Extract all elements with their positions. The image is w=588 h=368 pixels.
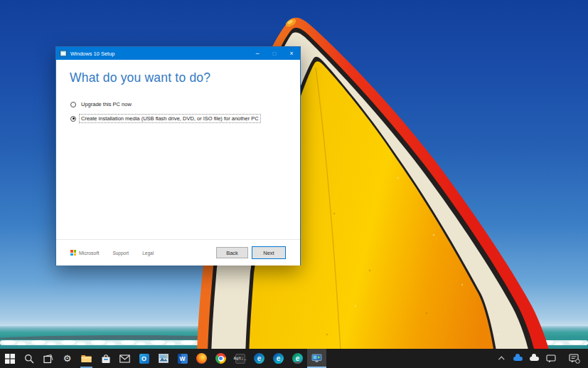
file-explorer-icon <box>81 354 92 363</box>
action-center-button[interactable] <box>566 349 582 368</box>
settings-button[interactable]: ⚙ <box>58 349 77 368</box>
outlook-button[interactable]: O <box>134 349 154 368</box>
speech-bubble-icon <box>546 354 556 363</box>
search-button[interactable] <box>19 349 38 368</box>
search-icon <box>24 354 34 364</box>
mail-icon <box>119 354 130 363</box>
word-button[interactable]: W <box>173 349 192 368</box>
firefox-icon <box>196 353 207 364</box>
legal-link[interactable]: Legal <box>142 251 154 256</box>
radio-selected-icon[interactable] <box>70 116 76 122</box>
dialog-body: What do you want to do? Upgrade this PC … <box>56 60 300 266</box>
chevron-up-icon <box>498 356 504 362</box>
option-label: Upgrade this PC now <box>79 100 134 109</box>
option-upgrade-this-pc[interactable]: Upgrade this PC now <box>70 100 261 109</box>
gear-icon: ⚙ <box>63 354 72 363</box>
option-create-installation-media[interactable]: Create installation media (USB flash dri… <box>70 114 261 123</box>
close-button[interactable]: × <box>283 47 300 60</box>
photos-button[interactable] <box>154 349 173 368</box>
page-title: What do you want to do? <box>70 70 210 85</box>
window-icon <box>60 50 67 57</box>
chrome-button[interactable] <box>211 349 230 368</box>
onedrive-personal-button[interactable] <box>510 349 526 368</box>
task-view-icon <box>43 354 53 364</box>
microsoft-logo-icon <box>70 250 76 256</box>
outlook-icon: O <box>139 354 149 364</box>
minimize-button[interactable]: – <box>249 47 266 60</box>
window-titlebar[interactable]: Windows 10 Setup – □ × <box>56 47 300 60</box>
edge-dev-icon: e <box>292 353 303 364</box>
start-button[interactable] <box>0 349 19 368</box>
hidden-icons-button[interactable] <box>493 349 510 368</box>
onedrive-white-cloud-icon <box>530 357 539 361</box>
window-title: Windows 10 Setup <box>70 51 115 57</box>
word-icon: W <box>178 354 188 364</box>
microsoft-store-button[interactable] <box>96 349 115 368</box>
onedrive-button[interactable] <box>526 349 542 368</box>
meet-now-button[interactable] <box>542 349 559 368</box>
firefox-button[interactable] <box>192 349 211 368</box>
terminal-button[interactable]: &gt;_ <box>230 349 250 368</box>
support-link[interactable]: Support <box>112 251 129 256</box>
system-tray <box>493 349 588 368</box>
maximize-button: □ <box>266 47 283 60</box>
microsoft-brand-label: Microsoft <box>79 251 99 256</box>
action-center-icon <box>569 354 580 364</box>
edge-icon: e <box>254 353 264 364</box>
windows10-setup-app-icon <box>311 354 322 363</box>
store-bag-icon <box>101 354 111 364</box>
next-button[interactable]: Next <box>252 246 286 259</box>
file-explorer-button[interactable] <box>77 349 96 368</box>
radio-unselected-icon[interactable] <box>70 102 76 107</box>
terminal-icon: &gt;_ <box>235 354 245 364</box>
edge-dev-button[interactable]: e <box>288 349 307 368</box>
windows10-setup-taskbar-button[interactable] <box>307 349 326 368</box>
edge-beta-icon: e <box>273 353 284 364</box>
option-label: Create installation media (USB flash dri… <box>79 114 261 123</box>
onedrive-blue-cloud-icon <box>513 357 523 361</box>
task-view-button[interactable] <box>38 349 58 368</box>
edge-button[interactable]: e <box>250 349 269 368</box>
photos-icon <box>159 354 169 363</box>
desktop: Windows 10 Setup – □ × What do you want … <box>0 0 588 368</box>
windows10-setup-window: Windows 10 Setup – □ × What do you want … <box>55 46 301 266</box>
mail-button[interactable] <box>115 349 134 368</box>
taskbar: ⚙ O <box>0 349 588 368</box>
windows-logo-icon <box>5 354 15 364</box>
edge-beta-button[interactable]: e <box>269 349 288 368</box>
chrome-icon <box>215 353 226 364</box>
back-button[interactable]: Back <box>216 247 248 258</box>
